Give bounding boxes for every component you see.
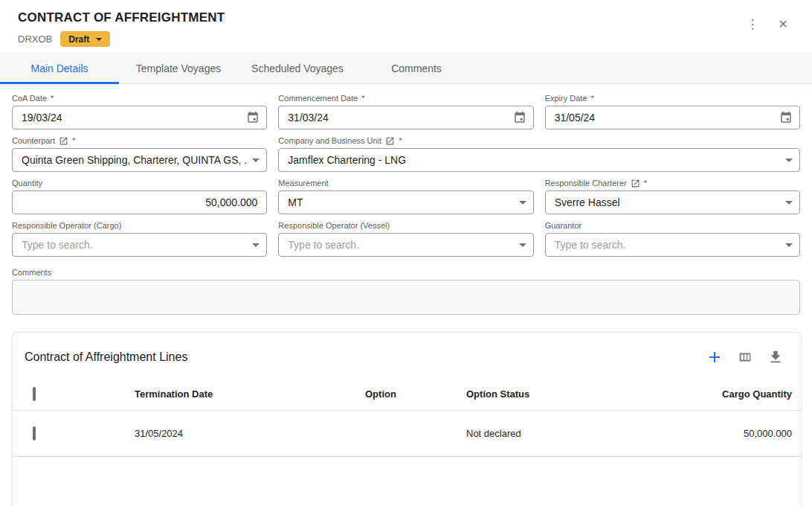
responsible-charterer-select — [545, 190, 800, 214]
company-business-unit-input[interactable] — [288, 154, 781, 166]
field-counterpart: Counterpart* — [12, 136, 267, 172]
plus-icon — [706, 348, 724, 366]
field-commencement-date: Commencement Date* — [278, 94, 533, 129]
lines-table-header: Termination Date Option Option Status Ca… — [13, 378, 801, 411]
coa-date-field — [12, 106, 267, 129]
counterpart-input[interactable] — [22, 154, 248, 166]
commencement-date-label: Commencement Date — [278, 94, 358, 103]
download-icon — [767, 349, 784, 365]
dropdown-caret-icon[interactable] — [519, 243, 526, 247]
close-button[interactable]: ✕ — [773, 16, 794, 33]
required-marker: * — [72, 136, 75, 146]
dropdown-caret-icon[interactable] — [519, 201, 526, 205]
comments-textarea[interactable] — [12, 280, 800, 315]
commencement-date-input[interactable] — [288, 112, 508, 124]
contract-code: DRXOB — [18, 33, 52, 45]
status-badge[interactable]: Draft — [60, 31, 110, 47]
table-row[interactable]: 31/05/2024 Not declared 50,000.000 — [13, 411, 801, 457]
form-row-dates: CoA Date* Commencement Date* Expiry Date… — [12, 94, 800, 129]
company-business-unit-select — [278, 148, 800, 172]
row-termination-date: 31/05/2024 — [123, 428, 353, 439]
comments-label: Comments — [12, 268, 51, 278]
responsible-operator-cargo-label: Responsible Operator (Cargo) — [12, 221, 121, 231]
column-header-option[interactable]: Option — [353, 388, 454, 400]
header-left: CONTRACT OF AFFREIGHTMENT DRXOB Draft — [18, 10, 225, 47]
header-actions: ⋮ ✕ — [741, 10, 794, 33]
calendar-icon[interactable] — [513, 111, 526, 124]
tab-bar: Main Details Template Voyages Scheduled … — [0, 53, 812, 84]
required-marker: * — [591, 94, 594, 103]
tab-template-voyages[interactable]: Template Voyages — [119, 53, 238, 83]
responsible-charterer-label: Responsible Charterer — [545, 179, 627, 188]
measurement-select — [278, 190, 533, 214]
column-header-cargo-quantity[interactable]: Cargo Quantity — [651, 388, 792, 400]
field-quantity: Quantity — [12, 179, 267, 214]
form-row-counterpart: Counterpart* Company and Business Unit* — [12, 136, 800, 172]
dialog-header: CONTRACT OF AFFREIGHTMENT DRXOB Draft ⋮ … — [0, 0, 812, 53]
page-title: CONTRACT OF AFFREIGHTMENT — [18, 10, 225, 25]
quantity-label: Quantity — [12, 179, 42, 188]
guarantor-label: Guarantor — [545, 221, 582, 231]
form-row-quantity: Quantity Measurement Responsible Charter… — [12, 179, 800, 214]
download-button[interactable] — [767, 348, 784, 366]
row-checkbox[interactable] — [33, 426, 36, 441]
columns-button[interactable] — [736, 348, 754, 366]
responsible-charterer-input[interactable] — [555, 196, 781, 208]
required-marker: * — [361, 94, 364, 103]
measurement-input[interactable] — [288, 196, 514, 208]
column-header-option-status[interactable]: Option Status — [454, 388, 651, 400]
dropdown-caret-icon[interactable] — [785, 201, 793, 205]
view-columns-icon — [737, 349, 753, 365]
form-row-operators: Responsible Operator (Cargo) Responsible… — [12, 221, 800, 257]
required-marker: * — [51, 94, 54, 103]
row-cargo-quantity: 50,000.000 — [651, 428, 792, 439]
calendar-icon[interactable] — [779, 111, 793, 124]
lines-card-title: Contract of Affreightment Lines — [25, 350, 187, 364]
field-company-business-unit: Company and Business Unit* — [278, 136, 800, 172]
kebab-menu-button[interactable]: ⋮ — [741, 16, 765, 33]
guarantor-input[interactable] — [555, 239, 781, 251]
field-responsible-operator-cargo: Responsible Operator (Cargo) — [12, 221, 267, 257]
expiry-date-field — [545, 106, 800, 129]
lines-toolbar — [706, 348, 784, 366]
required-marker: * — [399, 136, 402, 146]
lines-card-header: Contract of Affreightment Lines — [13, 333, 801, 378]
responsible-operator-cargo-select — [12, 233, 267, 257]
tab-scheduled-voyages[interactable]: Scheduled Voyages — [238, 53, 357, 83]
main-details-form: CoA Date* Commencement Date* Expiry Date… — [0, 84, 812, 315]
counterpart-select — [12, 148, 267, 172]
responsible-operator-vessel-input[interactable] — [288, 239, 514, 251]
quantity-input[interactable] — [22, 196, 260, 208]
company-business-unit-label: Company and Business Unit — [278, 136, 381, 146]
field-measurement: Measurement — [278, 179, 533, 214]
field-expiry-date: Expiry Date* — [545, 94, 800, 129]
add-line-button[interactable] — [706, 348, 724, 366]
field-responsible-charterer: Responsible Charterer* — [545, 179, 800, 214]
calendar-icon[interactable] — [246, 111, 260, 124]
external-link-icon[interactable] — [385, 136, 395, 146]
external-link-icon[interactable] — [631, 179, 640, 188]
tab-comments[interactable]: Comments — [357, 53, 476, 83]
guarantor-select — [545, 233, 800, 257]
tab-main-details[interactable]: Main Details — [0, 53, 119, 83]
select-all-checkbox[interactable] — [33, 387, 36, 401]
dropdown-caret-icon[interactable] — [785, 243, 793, 247]
row-option-status: Not declared — [454, 428, 651, 439]
contract-lines-card: Contract of Affreightment Lines Terminat… — [12, 332, 802, 506]
status-badge-label: Draft — [68, 34, 89, 45]
external-link-icon[interactable] — [59, 136, 68, 146]
dropdown-caret-icon[interactable] — [785, 158, 793, 162]
responsible-operator-vessel-label: Responsible Operator (Vessel) — [278, 221, 390, 231]
responsible-operator-cargo-input[interactable] — [22, 239, 248, 251]
dropdown-caret-icon[interactable] — [252, 243, 260, 247]
chevron-down-icon — [96, 38, 102, 41]
coa-date-input[interactable] — [22, 112, 242, 124]
column-header-termination-date[interactable]: Termination Date — [123, 388, 353, 400]
dropdown-caret-icon[interactable] — [252, 158, 260, 162]
quantity-field — [12, 190, 267, 214]
field-coa-date: CoA Date* — [12, 94, 267, 129]
measurement-label: Measurement — [278, 179, 328, 188]
expiry-date-input[interactable] — [555, 112, 775, 124]
expiry-date-label: Expiry Date — [545, 94, 587, 103]
field-guarantor: Guarantor — [545, 221, 800, 257]
